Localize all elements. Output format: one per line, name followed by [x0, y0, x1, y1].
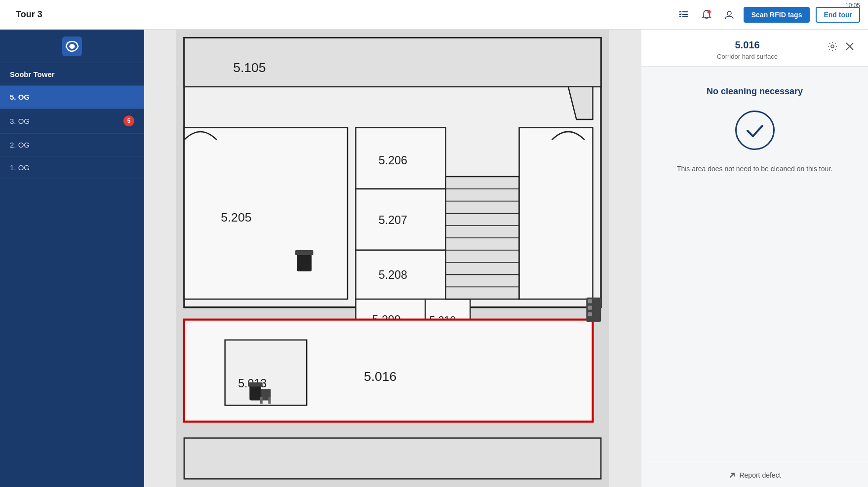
svg-text:5.016: 5.016 [364, 369, 396, 384]
svg-rect-3 [682, 14, 688, 15]
settings-icon-button[interactable] [826, 39, 839, 56]
svg-text:5.207: 5.207 [379, 214, 407, 226]
close-icon [845, 42, 854, 51]
svg-rect-49 [588, 306, 592, 310]
svg-text:5.205: 5.205 [221, 211, 251, 224]
floor-badge-3og: 5 [123, 115, 134, 126]
svg-rect-52 [184, 438, 601, 479]
notifications-icon-button[interactable] [698, 6, 715, 23]
check-icon [743, 118, 767, 143]
end-tour-button[interactable]: End tour [816, 7, 860, 23]
sidebar-item-3og[interactable]: 3. OG 5 [0, 109, 144, 134]
floor-label: 2. OG [10, 141, 30, 149]
svg-text:5.208: 5.208 [379, 268, 407, 281]
svg-point-6 [707, 10, 710, 13]
status-check-circle [735, 111, 775, 150]
bell-icon [701, 9, 712, 20]
report-defect-label: Report defect [739, 471, 781, 479]
report-defect-button[interactable]: Report defect [728, 471, 781, 479]
svg-rect-42 [249, 386, 261, 401]
sidebar-item-1og[interactable]: 1. OG [0, 156, 144, 179]
user-icon-button[interactable] [721, 6, 738, 23]
sidebar-item-5og[interactable]: 5. OG [0, 86, 144, 109]
tour-title: Tour 3 [16, 9, 42, 20]
checklist-icon-button[interactable] [675, 6, 692, 23]
checklist-icon [678, 9, 689, 20]
floor-label: 5. OG [10, 93, 30, 101]
sidebar: Soobr Tower 5. OG 3. OG 5 2. OG 1. OG [0, 30, 144, 487]
svg-point-7 [727, 11, 731, 15]
svg-rect-48 [588, 299, 592, 303]
svg-text:5.105: 5.105 [233, 60, 266, 75]
close-panel-button[interactable] [843, 39, 856, 56]
floor-list: 5. OG 3. OG 5 2. OG 1. OG [0, 86, 144, 487]
floorplan-area[interactable]: 5.105 5.205 5.206 5.207 5.208 5.209 5.21… [144, 30, 641, 487]
user-icon [724, 9, 735, 20]
topbar: 10:05 Tour 3 [0, 0, 868, 30]
floor-label: 3. OG [10, 117, 30, 125]
svg-text:5.206: 5.206 [379, 154, 407, 167]
panel-header: 5.016 Corridor hard surface [641, 30, 868, 67]
floor-label: 1. OG [10, 163, 30, 172]
panel-footer: Report defect [641, 463, 868, 487]
app-logo [62, 37, 82, 56]
panel-status-title: No cleaning necessary [707, 86, 803, 97]
report-arrow-icon [728, 471, 736, 479]
panel-body: No cleaning necessary This area does not… [641, 67, 868, 463]
svg-point-53 [831, 45, 834, 48]
topbar-actions: Scan RFID tags End tour [675, 6, 860, 23]
svg-rect-35 [519, 128, 593, 300]
panel-header-info: 5.016 Corridor hard surface [669, 39, 826, 60]
svg-rect-40 [297, 254, 312, 271]
svg-rect-43 [248, 382, 263, 386]
building-name: Soobr Tower [0, 63, 144, 86]
panel-room-id: 5.016 [669, 39, 826, 51]
svg-rect-50 [588, 312, 592, 316]
scan-rfid-button[interactable]: Scan RFID tags [744, 7, 810, 23]
svg-rect-45 [260, 397, 263, 404]
right-panel: 5.016 Corridor hard surface [641, 30, 868, 487]
gear-icon [828, 41, 837, 51]
svg-rect-46 [268, 397, 271, 404]
svg-rect-4 [679, 16, 681, 17]
svg-rect-1 [682, 11, 688, 12]
time-display: 10:05 [845, 2, 860, 9]
floorplan-svg: 5.105 5.205 5.206 5.207 5.208 5.209 5.21… [144, 30, 641, 487]
svg-rect-41 [295, 250, 313, 255]
sidebar-item-2og[interactable]: 2. OG [0, 134, 144, 156]
main-layout: Soobr Tower 5. OG 3. OG 5 2. OG 1. OG [0, 30, 868, 487]
sidebar-logo [0, 30, 144, 63]
panel-header-actions [826, 39, 856, 56]
svg-rect-13 [184, 128, 348, 300]
panel-description: This area does not need to be cleaned on… [677, 164, 832, 174]
panel-room-type: Corridor hard surface [669, 53, 826, 60]
svg-rect-5 [682, 16, 688, 17]
